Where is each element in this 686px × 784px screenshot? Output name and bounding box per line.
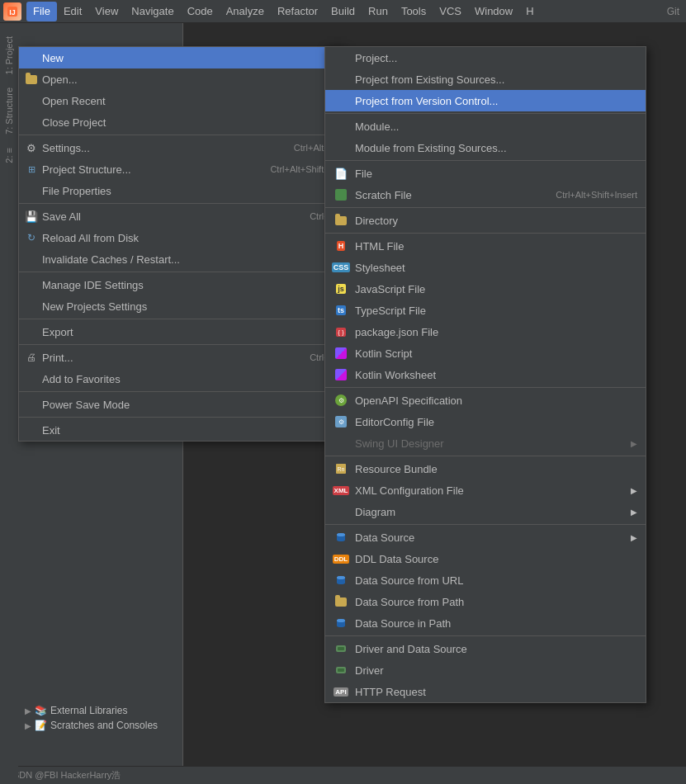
- menu-view[interactable]: View: [88, 2, 125, 21]
- menu-bar: IJ File Edit View Navigate Code Analyze …: [0, 0, 686, 23]
- css-icon: CSS: [332, 262, 350, 272]
- diagram-label: Diagram: [355, 506, 395, 518]
- new-menu-item-kotlin-worksheet[interactable]: Kotlin Worksheet: [325, 364, 646, 385]
- new-label: New: [42, 52, 64, 64]
- new-menu-item-module-existing[interactable]: Module from Existing Sources...: [325, 137, 646, 158]
- http-request-icon: API: [332, 687, 350, 697]
- scratch-label: Scratch File: [355, 189, 412, 201]
- diagram-arrow: ▶: [631, 508, 637, 517]
- driver-icon: [332, 664, 350, 676]
- menu-refactor[interactable]: Refactor: [271, 2, 324, 21]
- separator-2: [19, 203, 343, 204]
- new-menu-item-openapi[interactable]: ⚙ OpenAPI Specification: [325, 390, 646, 411]
- reload-label: Reload All from Disk: [42, 232, 139, 244]
- new-submenu: Project... Project from Existing Sources…: [324, 46, 646, 703]
- menu-item-open[interactable]: Open...: [19, 68, 343, 90]
- css-label: Stylesheet: [355, 262, 405, 274]
- print-icon: 🖨: [24, 352, 39, 363]
- new-menu-item-datasource-url[interactable]: Data Source from URL: [325, 569, 646, 591]
- menu-tools[interactable]: Tools: [395, 2, 433, 21]
- file-icon: 📄: [332, 168, 350, 180]
- new-menu-item-directory[interactable]: Directory: [325, 210, 646, 231]
- menu-h[interactable]: H: [519, 2, 540, 21]
- new-menu-item-driver[interactable]: Driver: [325, 659, 646, 681]
- side-tab-project[interactable]: 1: Project: [2, 31, 16, 79]
- kotlin-script-icon: [332, 347, 350, 359]
- menu-item-reload[interactable]: ↻ Reload All from Disk: [19, 227, 343, 248]
- menu-item-export[interactable]: Export ▶: [19, 321, 343, 342]
- menu-item-power-save[interactable]: Power Save Mode: [19, 394, 343, 415]
- new-menu-item-diagram[interactable]: Diagram ▶: [325, 501, 646, 522]
- menu-navigate[interactable]: Navigate: [125, 2, 180, 21]
- new-menu-item-resource[interactable]: Rn Resource Bundle: [325, 458, 646, 479]
- new-menu-item-module[interactable]: Module...: [325, 116, 646, 137]
- menu-item-open-recent[interactable]: Open Recent ▶: [19, 90, 343, 111]
- new-menu-item-ts[interactable]: ts TypeScript File: [325, 300, 646, 321]
- ts-icon: ts: [332, 305, 350, 315]
- new-menu-item-js[interactable]: js JavaScript File: [325, 278, 646, 300]
- sidebar-item-external-libs[interactable]: ▶ 📚 External Libraries: [18, 703, 182, 718]
- new-menu-item-driver-datasource[interactable]: Driver and Data Source: [325, 638, 646, 659]
- menu-vcs[interactable]: VCS: [433, 2, 468, 21]
- separator-7: [19, 417, 343, 418]
- menu-item-exit[interactable]: Exit: [19, 419, 343, 441]
- new-menu-item-project-vcs[interactable]: Project from Version Control...: [325, 90, 646, 111]
- new-menu-item-file[interactable]: 📄 File: [325, 163, 646, 184]
- datasource-in-path-label: Data Source in Path: [355, 617, 451, 630]
- new-menu-item-project-existing[interactable]: Project from Existing Sources...: [325, 68, 646, 90]
- menu-item-invalidate[interactable]: Invalidate Caches / Restart...: [19, 248, 343, 270]
- ddl-icon: DDL: [332, 555, 350, 564]
- new-menu-item-css[interactable]: CSS Stylesheet: [325, 257, 646, 278]
- menu-file[interactable]: File: [26, 2, 57, 21]
- new-menu-item-kotlin-script[interactable]: Kotlin Script: [325, 342, 646, 364]
- sidebar-item-scratches[interactable]: ▶ 📝 Scratches and Consoles: [18, 718, 182, 733]
- settings-icon: ⚙: [24, 142, 39, 154]
- menu-item-project-structure[interactable]: ⊞ Project Structure... Ctrl+Alt+Shift+S: [19, 158, 343, 180]
- menu-item-save-all[interactable]: 💾 Save All Ctrl+S: [19, 205, 343, 227]
- side-tab-structure[interactable]: 7: Structure: [2, 83, 16, 139]
- svg-point-7: [337, 576, 345, 579]
- menu-window[interactable]: Window: [468, 2, 519, 21]
- new-menu-item-editorconfig[interactable]: ⚙ EditorConfig File: [325, 411, 646, 432]
- separator-5: [19, 344, 343, 345]
- menu-item-close-project[interactable]: Close Project: [19, 111, 343, 133]
- menu-run[interactable]: Run: [362, 2, 395, 21]
- menu-item-settings[interactable]: ⚙ Settings... Ctrl+Alt+S: [19, 137, 343, 158]
- new-menu-item-datasource-in-path[interactable]: Data Source in Path: [325, 612, 646, 634]
- menu-edit[interactable]: Edit: [57, 2, 88, 21]
- menu-analyze[interactable]: Analyze: [220, 2, 271, 21]
- tree-arrow-scratches: ▶: [25, 721, 31, 730]
- reload-icon: ↻: [24, 232, 39, 243]
- side-tab-other[interactable]: 2: ≡: [2, 143, 16, 168]
- new-menu-item-xml-config[interactable]: XML XML Configuration File ▶: [325, 479, 646, 501]
- editorconfig-label: EditorConfig File: [355, 416, 434, 428]
- new-menu-item-ddl[interactable]: DDL DDL Data Source: [325, 548, 646, 569]
- new-menu-item-swing: Swing UI Designer ▶: [325, 432, 646, 454]
- new-sep-4: [325, 233, 646, 234]
- new-menu-item-pkg[interactable]: { } package.json File: [325, 321, 646, 342]
- menu-code[interactable]: Code: [181, 2, 220, 21]
- side-tabs: 1: Project 7: Structure 2: ≡: [0, 23, 18, 784]
- new-menu-item-datasource-path[interactable]: Data Source from Path: [325, 591, 646, 612]
- scratch-shortcut: Ctrl+Alt+Shift+Insert: [556, 190, 637, 200]
- new-menu-item-http-request[interactable]: API HTTP Request: [325, 681, 646, 702]
- new-menu-item-html[interactable]: H HTML File: [325, 235, 646, 257]
- menu-item-manage-ide[interactable]: Manage IDE Settings ▶: [19, 274, 343, 295]
- new-menu-item-scratch[interactable]: Scratch File Ctrl+Alt+Shift+Insert: [325, 184, 646, 205]
- file-dropdown-menu: New ▶ Open... Open Recent ▶ Close Projec…: [18, 46, 344, 442]
- pkg-icon: { }: [332, 328, 350, 337]
- directory-icon: [332, 216, 350, 225]
- menu-item-new[interactable]: New ▶: [19, 47, 343, 68]
- menu-item-print[interactable]: 🖨 Print... Ctrl+P: [19, 347, 343, 368]
- datasource-icon: [332, 531, 350, 543]
- menu-item-new-project-settings[interactable]: New Projects Settings ▶: [19, 295, 343, 317]
- separator-6: [19, 391, 343, 392]
- new-sep-2: [325, 160, 646, 161]
- datasource-path-icon: [332, 597, 350, 607]
- new-menu-item-project[interactable]: Project...: [325, 47, 646, 68]
- project-vcs-label: Project from Version Control...: [355, 95, 498, 107]
- new-menu-item-datasource[interactable]: Data Source ▶: [325, 527, 646, 548]
- menu-build[interactable]: Build: [324, 2, 362, 21]
- menu-item-add-favorites[interactable]: Add to Favorites ▶: [19, 368, 343, 390]
- menu-item-file-properties[interactable]: File Properties ▶: [19, 180, 343, 201]
